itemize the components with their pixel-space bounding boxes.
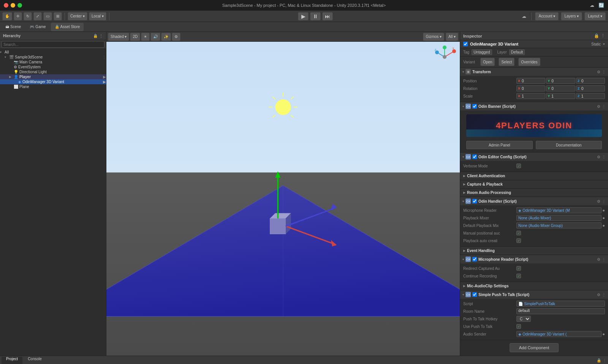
- center-btn[interactable]: Center ▾: [68, 12, 87, 20]
- push-hotkey-dropdown[interactable]: C: [516, 316, 531, 322]
- hierarchy-item-maincamera[interactable]: 📷 Main Camera: [0, 60, 106, 65]
- select-btn[interactable]: Select: [499, 58, 515, 66]
- room-audio-section[interactable]: ▶ Room Audio Processing: [460, 189, 608, 197]
- banner-more-icon[interactable]: ⋮: [602, 104, 606, 109]
- push-to-talk-active-check[interactable]: [472, 292, 477, 297]
- room-name-value[interactable]: default: [516, 308, 605, 314]
- odin-handler-active-check[interactable]: [472, 199, 477, 203]
- push-to-talk-more-icon[interactable]: ⋮: [602, 293, 606, 297]
- step-button[interactable]: ⏭: [322, 12, 333, 20]
- odin-handler-settings-icon[interactable]: ⚙: [597, 199, 600, 203]
- open-btn[interactable]: Open: [480, 58, 495, 66]
- cloud-icon[interactable]: ☁: [520, 13, 528, 20]
- odin-banner-header[interactable]: ▾ C# Odin Banner (Script) ⚙ ⋮: [460, 102, 608, 110]
- playback-mixer-dot-icon[interactable]: ●: [602, 216, 605, 220]
- local-btn[interactable]: Local ▾: [89, 12, 106, 20]
- hierarchy-lock-icon[interactable]: 🔒: [93, 34, 98, 38]
- network-icon[interactable]: ☁: [588, 2, 596, 9]
- event-handling-section[interactable]: ▶ Event Handling: [460, 247, 608, 255]
- push-to-talk-settings-icon[interactable]: ⚙: [597, 293, 600, 297]
- transform-more-icon[interactable]: ⋮: [602, 70, 606, 74]
- scale-label: Scale: [463, 94, 516, 98]
- banner-active-check[interactable]: [472, 104, 477, 109]
- hierarchy-item-player[interactable]: ▶ 👤 Player ▶: [0, 74, 106, 79]
- console-tab[interactable]: Console: [23, 357, 46, 364]
- add-component-btn[interactable]: Add Component: [510, 343, 559, 352]
- editor-config-more-icon[interactable]: ⋮: [602, 155, 606, 159]
- use-ptt-check[interactable]: ✓: [516, 324, 521, 329]
- odin-editor-config-header[interactable]: ▾ C# Odin Editor Config (Script) ⚙ ⋮: [460, 153, 608, 161]
- shaded-btn[interactable]: Shaded ▾: [108, 33, 129, 41]
- project-tab[interactable]: Project: [2, 357, 22, 364]
- hierarchy-item-eventsystem[interactable]: ⚙ EventSystem: [0, 65, 106, 69]
- pause-button[interactable]: ⏸: [310, 12, 321, 20]
- mic-reader-dot-icon[interactable]: ●: [602, 208, 605, 213]
- all-btn[interactable]: All ▾: [446, 33, 458, 41]
- mic-reader-more-icon[interactable]: ⋮: [602, 257, 606, 262]
- editor-config-settings-icon[interactable]: ⚙: [597, 155, 600, 159]
- documentation-btn[interactable]: Documentation: [536, 141, 602, 149]
- editor-config-active-check[interactable]: [472, 154, 477, 159]
- transform-header[interactable]: ▾ ⊞ Transform ⚙ ⋮: [460, 68, 608, 76]
- scale-tool[interactable]: ⤢: [33, 12, 42, 20]
- mic-reader-header[interactable]: ▾ C# Microphone Reader (Script) ⚙ ⋮: [460, 255, 608, 263]
- odin-handler-header[interactable]: ▾ C# Odin Handler (Script) ⚙ ⋮: [460, 197, 608, 205]
- bottom-lock-icon[interactable]: 🔒: [597, 358, 601, 362]
- light-btn[interactable]: ☀: [141, 33, 150, 41]
- hierarchy-menu-icon[interactable]: ⋮: [99, 34, 103, 38]
- hierarchy-search[interactable]: [2, 41, 104, 48]
- playback-auto-check[interactable]: ✓: [516, 238, 521, 243]
- bottom-menu-icon[interactable]: ⋮: [603, 358, 606, 362]
- scene-settings-btn[interactable]: ⚙: [172, 33, 180, 41]
- admin-panel-btn[interactable]: Admin Panel: [466, 141, 533, 149]
- continue-recording-check[interactable]: ✓: [516, 274, 521, 278]
- minimize-button[interactable]: [11, 3, 15, 8]
- audio-sender-dot-icon[interactable]: ●: [602, 332, 605, 336]
- layers-dropdown[interactable]: Layers ▾: [561, 12, 582, 20]
- overrides-btn[interactable]: Overrides: [518, 58, 540, 66]
- gizmos-btn[interactable]: Gizmos ▾: [423, 33, 444, 41]
- hand-tool[interactable]: ✋: [2, 12, 12, 20]
- hierarchy-item-dirlight[interactable]: 💡 Directional Light: [0, 69, 106, 74]
- mic-reader-active-check[interactable]: [472, 257, 477, 262]
- fx-btn[interactable]: ✨: [161, 33, 171, 41]
- move-tool[interactable]: ✛: [14, 12, 22, 20]
- rotate-tool[interactable]: ↻: [24, 12, 32, 20]
- asset-store-tab[interactable]: 🔒 Asset Store: [51, 23, 84, 31]
- default-playback-dot-icon[interactable]: ●: [602, 223, 605, 228]
- mic-reader-settings-icon[interactable]: ⚙: [597, 257, 600, 262]
- manual-positional-check[interactable]: ✓: [516, 231, 521, 235]
- transform-tool[interactable]: ⊞: [54, 12, 62, 20]
- account-dropdown[interactable]: Account ▾: [535, 12, 559, 20]
- odin-handler-more-icon[interactable]: ⋮: [602, 199, 606, 203]
- hierarchy-item-plane[interactable]: ⬜ Plane: [0, 84, 106, 89]
- layout-dropdown[interactable]: Layout ▾: [584, 12, 606, 20]
- hierarchy-item-scene[interactable]: ▾ 🎬 Sample3dScene ⋮: [0, 55, 106, 60]
- inspector-menu-icon[interactable]: ⋮: [601, 33, 605, 38]
- audio-btn[interactable]: 🔊: [150, 33, 160, 41]
- collab-icon[interactable]: 🔄: [597, 2, 605, 9]
- transform-settings-icon[interactable]: ⚙: [597, 70, 600, 74]
- game-tab[interactable]: 🎮 Game: [26, 23, 49, 31]
- rect-tool[interactable]: ▭: [43, 12, 52, 20]
- scene-menu[interactable]: ⋮: [102, 55, 106, 59]
- play-button[interactable]: ▶: [298, 12, 309, 20]
- close-button[interactable]: [4, 3, 8, 8]
- mic-audioclip-section[interactable]: ▶ Mic-AudioClip Settings: [460, 282, 608, 290]
- go-active-checkbox[interactable]: [463, 42, 468, 46]
- 2d-btn[interactable]: 2D: [130, 33, 140, 41]
- banner-settings-icon[interactable]: ⚙: [597, 104, 600, 109]
- tag-dropdown[interactable]: Untagged: [472, 49, 492, 55]
- capture-playback-section[interactable]: ▶ Capture & Playback: [460, 180, 608, 189]
- scene-tab[interactable]: 🏔 Scene: [2, 23, 25, 31]
- scene-view[interactable]: ⟨ Persp X Y Z: [106, 42, 460, 356]
- redirect-captured-check[interactable]: ✓: [516, 266, 521, 271]
- inspector-lock-icon[interactable]: 🔒: [594, 33, 599, 38]
- verbose-mode-check[interactable]: ✓: [516, 164, 521, 168]
- hierarchy-item-odinmanager[interactable]: ◈ OdinManager 3D Variant ▶: [0, 79, 106, 84]
- layer-dropdown[interactable]: Default: [509, 49, 525, 55]
- fullscreen-button[interactable]: [17, 3, 22, 8]
- hierarchy-item-all[interactable]: ▾ All: [0, 50, 106, 55]
- push-to-talk-header[interactable]: ▾ C# Simple Push To Talk (Script) ⚙ ⋮: [460, 290, 608, 299]
- client-auth-section[interactable]: ▶ Client Authentication: [460, 172, 608, 180]
